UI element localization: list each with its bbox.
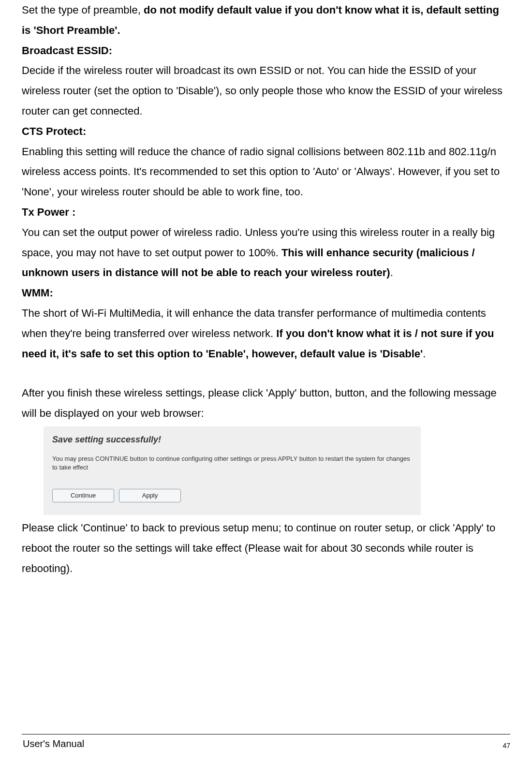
save-desc: You may press CONTINUE button to continu… — [52, 455, 412, 471]
preamble-intro: Set the type of preamble, — [22, 4, 144, 16]
after-finish-paragraph: After you finish these wireless settings… — [22, 383, 510, 424]
page-footer: User's Manual 47 — [22, 734, 510, 749]
save-title: Save setting successfully! — [52, 431, 412, 448]
continue-button[interactable]: Continue — [52, 489, 114, 502]
tx-heading: Tx Power : — [22, 202, 510, 222]
footer-page-number: 47 — [502, 742, 510, 749]
cts-heading: CTS Protect: — [22, 121, 510, 142]
broadcast-body: Decide if the wireless router will broad… — [22, 60, 510, 121]
preamble-paragraph: Set the type of preamble, do not modify … — [22, 0, 510, 41]
closing-paragraph: Please click 'Continue' to back to previ… — [22, 518, 510, 578]
tx-body-end: . — [390, 266, 393, 279]
broadcast-heading: Broadcast ESSID: — [22, 41, 510, 61]
apply-button[interactable]: Apply — [119, 489, 181, 502]
footer-manual-label: User's Manual — [22, 738, 84, 749]
cts-body: Enabling this setting will reduce the ch… — [22, 142, 510, 202]
save-confirmation-screenshot: Save setting successfully! You may press… — [44, 426, 421, 515]
wmm-body: The short of Wi-Fi MultiMedia, it will e… — [22, 303, 510, 364]
wmm-body-end: . — [423, 348, 426, 360]
wmm-heading: WMM: — [22, 283, 510, 303]
tx-body: You can set the output power of wireless… — [22, 222, 510, 283]
